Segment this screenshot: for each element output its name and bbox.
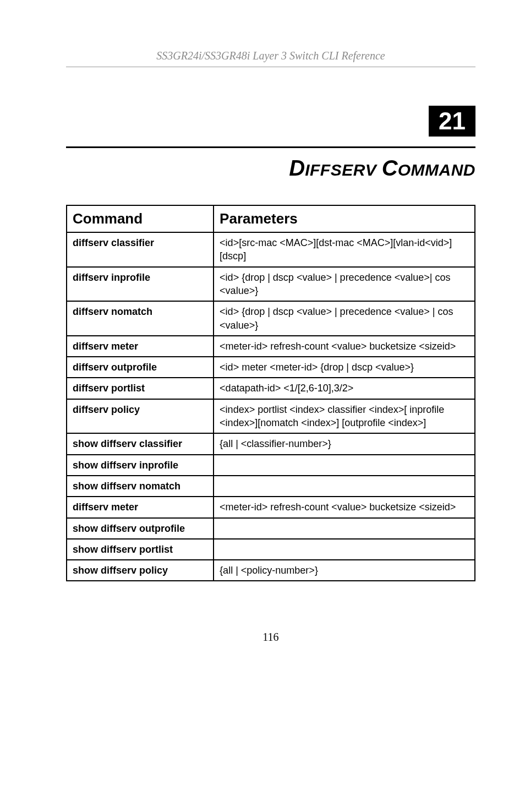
table-row: diffserv classifier <id>[src-mac <MAC>][… [67,232,475,267]
params-cell: {all | <classifier-number>} [214,433,475,454]
table-row: diffserv portlist <datapath-id> <1/[2,6-… [67,378,475,399]
chapter-title-word2-rest: OMMAND [398,161,475,179]
command-cell: show diffserv portlist [67,539,214,560]
command-cell: show diffserv nomatch [67,476,214,497]
chapter-number-badge: 21 [429,106,475,137]
table-row: diffserv meter <meter-id> refresh-count … [67,336,475,357]
chapter-title: DIFFSERV COMMAND [66,156,475,181]
params-cell: <id> meter <meter-id> {drop | dscp <valu… [214,357,475,378]
chapter-title-word2-initial: C [382,156,398,180]
command-cell: show diffserv classifier [67,433,214,454]
params-cell [214,476,475,497]
params-cell: <id>[src-mac <MAC>][dst-mac <MAC>][vlan-… [214,232,475,267]
chapter-title-word1-rest: IFFSERV [305,161,376,179]
chapter-rule [66,146,475,148]
command-cell: diffserv meter [67,497,214,517]
commands-table: Command Parameters diffserv classifier <… [66,205,475,581]
table-header-command: Command [67,205,214,232]
command-cell: show diffserv policy [67,560,214,581]
command-cell: show diffserv outprofile [67,518,214,539]
table-row: show diffserv classifier {all | <classif… [67,433,475,454]
table-row: show diffserv policy {all | <policy-numb… [67,560,475,581]
table-header-parameters: Parameters [214,205,475,232]
command-cell: show diffserv inprofile [67,455,214,476]
page-number: 116 [66,631,475,644]
params-cell [214,455,475,476]
params-cell: <meter-id> refresh-count <value> buckets… [214,336,475,357]
table-row: diffserv nomatch <id> {drop | dscp <valu… [67,301,475,336]
command-cell: diffserv outprofile [67,357,214,378]
table-row: show diffserv outprofile [67,518,475,539]
table-header-row: Command Parameters [67,205,475,232]
command-cell: diffserv classifier [67,232,214,267]
table-row: diffserv meter <meter-id> refresh-count … [67,497,475,517]
params-cell: <id> {drop | dscp <value> | precedence <… [214,267,475,302]
params-cell: <index> portlist <index> classifier <ind… [214,399,475,434]
command-cell: diffserv meter [67,336,214,357]
command-cell: diffserv inprofile [67,267,214,302]
params-cell [214,518,475,539]
table-row: show diffserv inprofile [67,455,475,476]
table-row: diffserv policy <index> portlist <index>… [67,399,475,434]
table-row: diffserv outprofile <id> meter <meter-id… [67,357,475,378]
command-cell: diffserv nomatch [67,301,214,336]
params-cell: <datapath-id> <1/[2,6-10],3/2> [214,378,475,399]
params-cell: <id> {drop | dscp <value> | precedence <… [214,301,475,336]
command-cell: diffserv portlist [67,378,214,399]
table-row: diffserv inprofile <id> {drop | dscp <va… [67,267,475,302]
doc-header-title: SS3GR24i/SS3GR48i Layer 3 Switch CLI Ref… [66,50,475,67]
table-row: show diffserv portlist [67,539,475,560]
params-cell: {all | <policy-number>} [214,560,475,581]
command-cell: diffserv policy [67,399,214,434]
params-cell: <meter-id> refresh-count <value> buckets… [214,497,475,517]
params-cell [214,539,475,560]
table-row: show diffserv nomatch [67,476,475,497]
chapter-title-word1-initial: D [289,156,305,180]
